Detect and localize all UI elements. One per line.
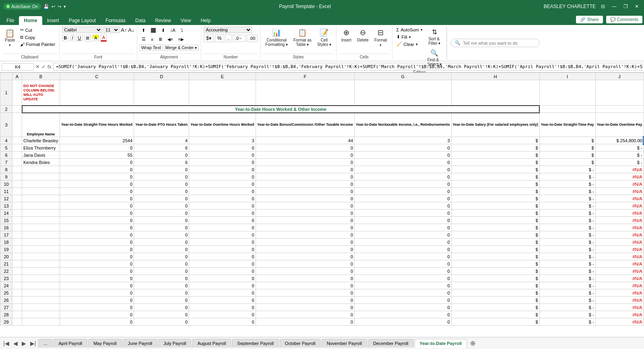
redo-icon[interactable]: ↪ bbox=[58, 4, 61, 9]
row-header-4[interactable]: 4 bbox=[0, 137, 12, 144]
undo-icon[interactable]: ↩ bbox=[52, 4, 55, 9]
align-left-button[interactable]: ☰ bbox=[140, 35, 148, 43]
cell-E7[interactable]: 0 bbox=[189, 159, 256, 166]
cell-E4[interactable]: 3 bbox=[189, 137, 256, 144]
number-format-select[interactable]: Accounting General Number Currency Date bbox=[204, 27, 252, 33]
cell-A5[interactable] bbox=[12, 144, 22, 152]
formula-input[interactable]: =SUMIF('January Payroll'!$B:$B,B4,'Janua… bbox=[53, 63, 642, 71]
cell-B5[interactable]: Eliza Thornberry bbox=[22, 144, 60, 152]
insert-button[interactable]: ⊕ Insert bbox=[339, 27, 354, 44]
cell-D6[interactable]: 0 bbox=[134, 152, 189, 159]
sheet-tab-july[interactable]: July Payroll bbox=[158, 339, 191, 347]
underline-button[interactable]: U bbox=[76, 35, 83, 41]
wrap-text-button[interactable]: Wrap Text bbox=[140, 44, 163, 51]
cell-J4[interactable]: $ 254,800.00 bbox=[595, 137, 644, 144]
col-header-I[interactable]: I bbox=[539, 73, 595, 80]
align-right-button[interactable]: ≣ bbox=[157, 35, 164, 43]
cell-F3[interactable]: Year-to-Date Bonus/Commission /Other Tax… bbox=[256, 113, 354, 137]
cell-I7[interactable]: $ bbox=[539, 159, 595, 166]
col-header-H[interactable]: H bbox=[451, 73, 539, 80]
cell-E3[interactable]: Year-to-Date Overtime Hours Worked bbox=[189, 113, 256, 137]
sheet-nav-last[interactable]: ▶| bbox=[29, 339, 38, 347]
align-middle-button[interactable]: ⬛ bbox=[149, 27, 158, 34]
font-color-button[interactable]: A bbox=[101, 34, 107, 42]
format-painter-button[interactable]: 🖌 Format Painter bbox=[19, 41, 57, 48]
cell-I1[interactable] bbox=[539, 80, 595, 106]
cell-C7[interactable]: 0 bbox=[60, 159, 134, 166]
cell-J8[interactable]: #N/A bbox=[595, 166, 644, 173]
cell-H5[interactable]: $ bbox=[451, 144, 539, 152]
sheet-tab-june[interactable]: June Payroll bbox=[123, 339, 158, 347]
search-input[interactable] bbox=[463, 41, 535, 46]
cell-G5[interactable]: 0 bbox=[355, 144, 452, 152]
sort-filter-button[interactable]: ⇅ Sort &Filter ▾ bbox=[425, 27, 444, 47]
align-bottom-button[interactable]: ⬇ bbox=[159, 27, 167, 34]
sheet-nav-first[interactable]: |◀ bbox=[2, 339, 11, 347]
cell-J3[interactable]: Year-to-Date Overtime Pay bbox=[595, 113, 644, 137]
cell-G4[interactable]: 3 bbox=[355, 137, 452, 144]
row-header-2[interactable]: 2 bbox=[0, 106, 12, 113]
cell-D5[interactable]: 6 bbox=[134, 144, 189, 152]
row-header-7[interactable]: 7 bbox=[0, 159, 12, 166]
sheet-tab-november[interactable]: November Payroll bbox=[322, 339, 367, 347]
cell-F1[interactable] bbox=[256, 80, 354, 106]
col-header-G[interactable]: G bbox=[355, 73, 452, 80]
indent-button[interactable]: ⤵ bbox=[179, 27, 185, 34]
cell-B7[interactable]: Kendra Boles bbox=[22, 159, 60, 166]
cell-E8[interactable]: 0 bbox=[189, 166, 256, 173]
cell-C8[interactable]: 0 bbox=[60, 166, 134, 173]
cell-C3[interactable]: Year-to-Date Straight-Time Hours Worked bbox=[60, 113, 134, 137]
font-size-select[interactable]: 11 bbox=[103, 27, 120, 33]
cell-I4[interactable]: $ bbox=[539, 137, 595, 144]
cell-B3[interactable]: Employee Name bbox=[22, 113, 60, 137]
format-table-button[interactable]: 📋 Format asTable ▾ bbox=[291, 27, 314, 48]
sheet-tab-december[interactable]: December Payroll bbox=[368, 339, 413, 347]
cell-G7[interactable]: 0 bbox=[355, 159, 452, 166]
cell-B2[interactable]: Year-to-Date Hours Worked & Other Income bbox=[22, 106, 540, 113]
cell-B9[interactable] bbox=[22, 173, 60, 181]
cell-I3[interactable]: Year-to-Date Straight-Time Pay bbox=[539, 113, 595, 137]
cell-G8[interactable]: 0 bbox=[355, 166, 452, 173]
cell-G3[interactable]: Year-to-Date Nontaxable Income, i.e., Re… bbox=[355, 113, 452, 137]
tab-insert[interactable]: Insert bbox=[42, 16, 64, 25]
tab-review[interactable]: Review bbox=[150, 16, 175, 25]
percent-button[interactable]: % bbox=[215, 34, 224, 42]
comments-button[interactable]: 💬 Comments bbox=[606, 16, 642, 23]
cell-F6[interactable]: 0 bbox=[256, 152, 354, 159]
align-top-button[interactable]: ⬆ bbox=[140, 27, 147, 34]
restore-btn[interactable]: ❐ bbox=[621, 2, 630, 10]
cell-H7[interactable]: $ bbox=[451, 159, 539, 166]
conditional-formatting-button[interactable]: 📊 ConditionalFormatting ▾ bbox=[263, 27, 290, 48]
cell-A6[interactable] bbox=[12, 152, 22, 159]
close-btn[interactable]: ✕ bbox=[633, 2, 641, 10]
cell-C6[interactable]: 55 bbox=[60, 152, 134, 159]
row-header-6[interactable]: 6 bbox=[0, 152, 12, 159]
sheet-tab-april[interactable]: April Payroll bbox=[53, 339, 87, 347]
cell-I5[interactable]: $ bbox=[539, 144, 595, 152]
cell-G6[interactable]: 0 bbox=[355, 152, 452, 159]
cell-A8[interactable] bbox=[12, 166, 22, 173]
save-icon[interactable]: 💾 bbox=[43, 4, 49, 9]
col-header-B[interactable]: B bbox=[22, 73, 60, 80]
cell-F8[interactable]: 0 bbox=[256, 166, 354, 173]
cell-B4[interactable]: Charlette Beasley bbox=[22, 137, 60, 144]
cell-F4[interactable]: 44 bbox=[256, 137, 354, 144]
borders-button[interactable]: ⊞ bbox=[84, 35, 91, 42]
cell-B8[interactable] bbox=[22, 166, 60, 173]
cell-F5[interactable]: 0 bbox=[256, 144, 354, 152]
tab-formulas[interactable]: Formulas bbox=[101, 16, 130, 25]
cell-A9[interactable] bbox=[12, 173, 22, 181]
tab-view[interactable]: View bbox=[176, 16, 196, 25]
cell-styles-button[interactable]: 📝 CellStyles ▾ bbox=[315, 27, 334, 48]
cell-J6[interactable]: $ - bbox=[595, 152, 644, 159]
insert-function-icon[interactable]: fx bbox=[47, 64, 52, 70]
tab-home[interactable]: Home bbox=[19, 16, 42, 25]
paste-button[interactable]: 📋 Paste ▾ bbox=[2, 27, 18, 49]
cell-E5[interactable]: 0 bbox=[189, 144, 256, 152]
cell-J2[interactable] bbox=[595, 106, 644, 113]
text-direction-button[interactable]: ↕A bbox=[168, 27, 178, 34]
sheet-tab-ytd[interactable]: Year-to-Date Payroll bbox=[415, 339, 467, 348]
cell-G1[interactable] bbox=[355, 80, 452, 106]
tab-file[interactable]: File bbox=[2, 16, 19, 25]
confirm-formula-icon[interactable]: ✓ bbox=[41, 64, 46, 70]
